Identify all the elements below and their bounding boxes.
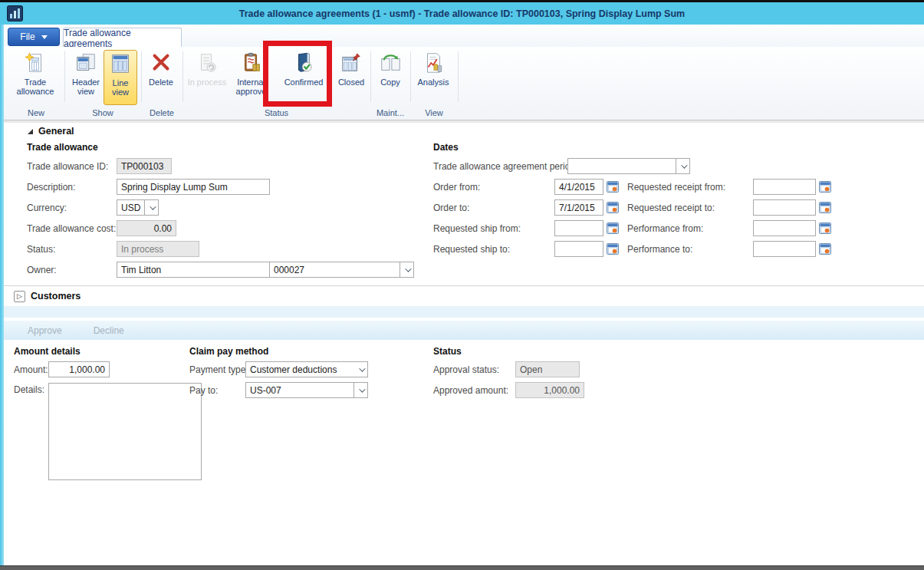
analysis-label: Analysis: [418, 77, 449, 87]
agreement-period-dropdown-button[interactable]: [676, 158, 690, 174]
owner-label: Owner:: [27, 265, 117, 275]
requested-ship-to-row: Requested ship to: Performance to:: [433, 239, 909, 259]
header-view-icon: [74, 50, 97, 76]
amount-label: Amount:: [14, 364, 48, 375]
header-view-label: Header view: [68, 77, 104, 96]
order-to-field[interactable]: 7/1/2015: [554, 199, 603, 216]
owner-dropdown-button[interactable]: [400, 262, 414, 278]
delete-button[interactable]: Delete: [143, 50, 179, 105]
owner-code-field[interactable]: 000027: [270, 262, 400, 278]
pay-to-dropdown-button[interactable]: [354, 382, 368, 398]
general-section-header[interactable]: General: [28, 126, 74, 137]
payment-type-value: Customer deductions: [250, 364, 337, 375]
expand-arrow-icon[interactable]: ▷: [14, 291, 25, 302]
trade-allowance-id-field: TP000103: [117, 158, 172, 174]
performance-from-label: Performance from:: [627, 223, 753, 234]
payment-type-select[interactable]: Customer deductions: [245, 361, 368, 377]
payment-type-label: Payment type:: [189, 364, 245, 375]
ribbon-group-new: New: [8, 107, 64, 119]
date-picker-button[interactable]: [607, 243, 619, 255]
performance-from-field[interactable]: [753, 220, 816, 236]
file-menu-button[interactable]: File: [8, 28, 60, 46]
owner-row: Owner: Tim Litton 000027: [27, 259, 426, 280]
title-bar: Trade allowance agreements (1 - usmf) - …: [0, 2, 924, 25]
internal-approve-icon: [240, 50, 263, 76]
chevron-down-icon: [681, 162, 687, 168]
chevron-down-icon: [41, 35, 48, 39]
header-view-button[interactable]: Header view: [68, 50, 104, 105]
order-to-label: Order to:: [433, 203, 554, 213]
customers-header-label: Customers: [31, 291, 81, 301]
trade-allowance-group-header: Trade allowance: [27, 142, 98, 153]
internal-approve-button[interactable]: Internal approve: [229, 50, 273, 105]
date-picker-button[interactable]: [607, 181, 619, 193]
order-from-field[interactable]: 4/1/2015: [554, 179, 603, 195]
closed-label: Closed: [338, 77, 364, 87]
tab-trade-allowance-agreements[interactable]: Trade allowance agreements: [63, 28, 182, 48]
date-picker-button[interactable]: [819, 243, 831, 255]
payment-type-row: Payment type: Customer deductions: [189, 359, 419, 380]
agreement-period-field[interactable]: [567, 158, 676, 174]
line-view-button[interactable]: Line view: [104, 50, 137, 105]
owner-name-field[interactable]: Tim Litton: [117, 262, 270, 278]
currency-dropdown-button[interactable]: [145, 199, 159, 216]
trade-allowance-new-button[interactable]: Trade allowance: [12, 50, 59, 105]
order-from-row: Order from: 4/1/2015 Requested receipt f…: [433, 176, 909, 197]
date-picker-button[interactable]: [819, 202, 831, 213]
closed-button[interactable]: Closed: [334, 50, 368, 105]
requested-ship-from-row: Requested ship from: Performance from:: [433, 218, 909, 239]
description-field[interactable]: Spring Display Lump Sum: [117, 179, 270, 195]
date-picker-button[interactable]: [819, 181, 831, 193]
agreement-period-label: Trade allowance agreement period:: [433, 161, 567, 172]
ribbon-group-maintain: Maint...: [371, 107, 409, 119]
line-status-header: Status: [433, 340, 663, 357]
ribbon-group-status: Status: [183, 107, 370, 119]
performance-to-field[interactable]: [753, 241, 816, 257]
approve-button[interactable]: Approve: [28, 325, 62, 336]
requested-ship-from-label: Requested ship from:: [433, 223, 554, 234]
details-row: Details:: [14, 380, 217, 480]
approval-status-row: Approval status: Open: [433, 359, 663, 380]
pay-to-field[interactable]: US-007: [245, 382, 354, 398]
confirmed-button[interactable]: Confirmed: [274, 50, 334, 105]
analysis-button[interactable]: Analysis: [414, 50, 452, 105]
requested-receipt-to-field[interactable]: [753, 199, 816, 216]
amount-field[interactable]: 1,000.00: [48, 361, 110, 377]
details-label: Details:: [14, 383, 48, 395]
claim-pay-method-group: Claim pay method Payment type: Customer …: [189, 340, 419, 400]
amount-details-header: Amount details: [14, 340, 217, 357]
requested-ship-to-field[interactable]: [554, 241, 603, 257]
approval-status-label: Approval status:: [433, 364, 515, 375]
date-picker-button[interactable]: [819, 222, 831, 234]
date-picker-button[interactable]: [607, 202, 619, 213]
description-row: Description: Spring Display Lump Sum: [27, 176, 426, 197]
cost-row: Trade allowance cost: 0.00: [27, 218, 426, 239]
decline-button[interactable]: Decline: [94, 325, 124, 336]
ribbon-group-delete: Delete: [142, 107, 182, 119]
customers-section-bar[interactable]: ▷ Customers: [4, 287, 924, 305]
requested-receipt-from-field[interactable]: [753, 179, 816, 195]
section-highlight-band: [4, 306, 924, 318]
details-textarea[interactable]: [48, 383, 202, 480]
ribbon-separator: [141, 51, 142, 102]
ribbon-separator: [410, 51, 411, 102]
in-process-button[interactable]: In process: [186, 50, 228, 105]
requested-ship-to-label: Requested ship to:: [433, 244, 554, 255]
amount-details-group: Amount details Amount: 1,000.00 Details:: [14, 340, 217, 480]
trade-allowance-label: Trade allowance: [12, 77, 59, 96]
ribbon: Trade allowance Header view: [4, 47, 924, 120]
currency-field[interactable]: USD: [117, 199, 145, 216]
copy-icon: [379, 50, 402, 76]
section-divider: [4, 285, 924, 286]
requested-ship-from-field[interactable]: [554, 220, 603, 236]
copy-label: Copy: [380, 77, 400, 87]
lines-toolbar: Approve Decline: [4, 321, 924, 340]
status-field: In process: [117, 241, 199, 257]
ribbon-separator: [64, 51, 65, 102]
order-from-label: Order from:: [433, 182, 554, 193]
app-window: Trade allowance agreements (1 - usmf) - …: [0, 0, 924, 570]
tab-label: Trade allowance agreements: [64, 28, 181, 49]
copy-button[interactable]: Copy: [374, 50, 406, 105]
date-picker-button[interactable]: [607, 222, 619, 234]
new-document-icon: [24, 50, 47, 76]
